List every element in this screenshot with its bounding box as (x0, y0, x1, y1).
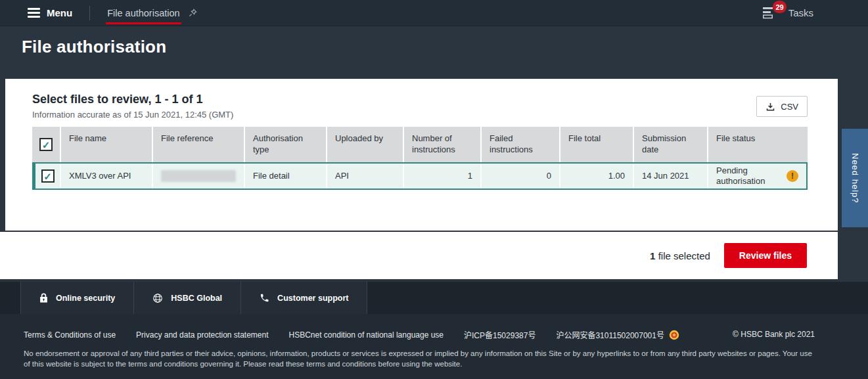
action-bar: 1 file selected Review files (0, 232, 838, 279)
customer-support-label: Customer support (277, 294, 348, 303)
tasks-area[interactable]: 29 Tasks (763, 7, 813, 19)
selected-count-number: 1 (650, 250, 655, 261)
security-filing-label: 沪公网安备31011502007001号 (556, 329, 664, 340)
tab-label: File authorisation (107, 8, 179, 18)
cell-file-name: XMLV3 over API (61, 164, 153, 189)
file-reference-redacted (161, 170, 236, 182)
menu-button[interactable]: Menu (47, 7, 72, 18)
column-header-failed-instructions: Failed instructions (482, 127, 560, 162)
need-help-tab[interactable]: Need help? (842, 129, 868, 227)
disclaimer-text: No endorsement or approval of any third … (24, 349, 815, 369)
footer-quicklinks-bar: Online security HSBC Global Customer sup… (0, 282, 868, 314)
cell-uploaded-by: API (327, 164, 404, 189)
footer-links-row: Terms & Conditions of use Privacy and da… (24, 329, 679, 340)
online-security-link[interactable]: Online security (20, 282, 134, 314)
csv-button-label: CSV (781, 102, 798, 112)
cell-authorisation-type: File detail (245, 164, 327, 189)
column-header-authorisation-type: Authorisation type (245, 127, 327, 162)
cell-number-of-instructions: 1 (404, 164, 482, 189)
privacy-statement-link[interactable]: Privacy and data protection statement (136, 330, 268, 340)
cell-file-status: Pending authorisation (708, 164, 806, 189)
footer-bottom: Terms & Conditions of use Privacy and da… (0, 314, 868, 379)
cell-file-reference (153, 164, 245, 189)
column-header-submission-date: Submission date (634, 127, 708, 162)
tasks-count-badge: 29 (773, 1, 786, 13)
pin-icon[interactable] (188, 8, 198, 18)
lock-icon (39, 293, 48, 303)
files-table: File name File reference Authorisation t… (32, 127, 808, 190)
customer-support-link[interactable]: Customer support (241, 282, 367, 314)
download-icon (765, 102, 775, 112)
table-row[interactable]: XMLV3 over API File detail API 1 0 1.00 … (32, 162, 808, 190)
police-badge-icon (669, 330, 679, 340)
column-header-uploaded-by: Uploaded by (327, 127, 404, 162)
copyright-text: © HSBC Bank plc 2021 (733, 330, 815, 339)
hamburger-menu-icon[interactable] (28, 8, 40, 18)
info-accurate-timestamp: Information accurate as of 15 Jun 2021, … (32, 110, 233, 120)
national-language-link[interactable]: HSBCnet condition of national language u… (289, 330, 444, 340)
card-heading: Select files to review, 1 - 1 of 1 (32, 93, 202, 106)
file-status-text: Pending authorisation (716, 166, 779, 187)
column-header-number-of-instructions: Number of instructions (404, 127, 482, 162)
terms-conditions-link[interactable]: Terms & Conditions of use (24, 330, 116, 340)
selected-count-label: file selected (658, 250, 710, 261)
globe-icon (152, 293, 163, 303)
security-filing-link[interactable]: 沪公网安备31011502007001号 (556, 329, 679, 340)
hsbc-global-label: HSBC Global (171, 294, 222, 303)
topbar-divider (89, 6, 90, 20)
review-files-button[interactable]: Review files (724, 243, 807, 268)
column-header-file-name: File name (61, 127, 153, 162)
csv-export-button[interactable]: CSV (756, 96, 808, 117)
column-header-file-reference: File reference (153, 127, 245, 162)
pending-warning-icon (787, 170, 798, 182)
top-navigation-bar: Menu File authorisation 29 Tasks (0, 0, 868, 26)
phone-icon (260, 293, 269, 303)
tab-file-authorisation[interactable]: File authorisation (107, 0, 179, 26)
files-selected-count: 1 file selected (650, 250, 710, 261)
cell-file-total: 1.00 (560, 164, 634, 189)
icp-licence-link[interactable]: 沪ICP备15029387号 (464, 329, 536, 340)
tasks-icon: 29 (763, 7, 778, 19)
table-header-row: File name File reference Authorisation t… (32, 127, 808, 162)
column-header-file-status: File status (708, 127, 808, 162)
cell-submission-date: 14 Jun 2021 (634, 164, 708, 189)
hsbc-global-link[interactable]: HSBC Global (134, 282, 241, 314)
online-security-label: Online security (56, 294, 115, 303)
row-checkbox[interactable] (41, 169, 55, 183)
file-authorisation-screen: Menu File authorisation 29 Tasks File a (0, 0, 868, 379)
column-header-file-total: File total (560, 127, 634, 162)
tasks-label: Tasks (788, 7, 813, 18)
cell-failed-instructions: 0 (482, 164, 560, 189)
select-all-checkbox[interactable] (39, 138, 53, 151)
need-help-label: Need help? (850, 153, 860, 204)
files-card: Select files to review, 1 - 1 of 1 Infor… (5, 79, 838, 231)
page-title: File authorisation (22, 37, 166, 57)
